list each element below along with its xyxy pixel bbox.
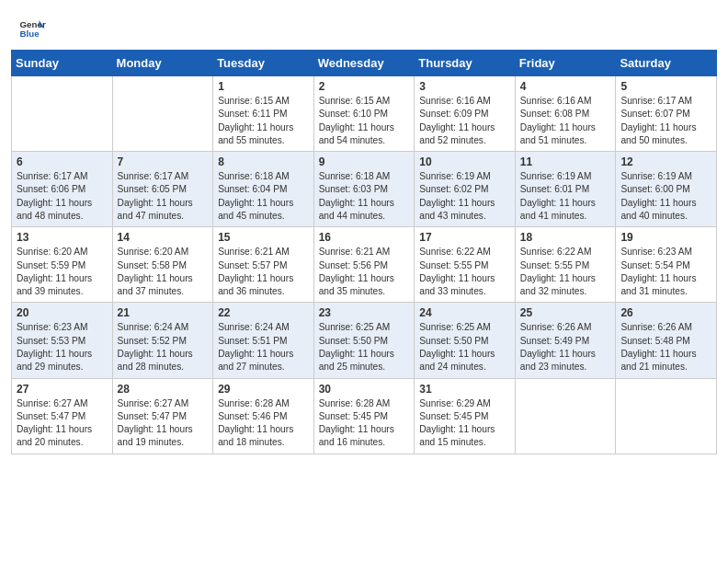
day-number: 9 (319, 155, 410, 168)
weekday-header: Sunday (12, 51, 113, 76)
day-number: 16 (319, 231, 410, 244)
calendar-cell: 7Sunrise: 6:17 AMSunset: 6:05 PMDaylight… (112, 152, 213, 227)
calendar-cell: 28Sunrise: 6:27 AMSunset: 5:47 PMDayligh… (112, 378, 213, 454)
calendar-cell: 10Sunrise: 6:19 AMSunset: 6:02 PMDayligh… (415, 152, 516, 227)
day-info: Sunrise: 6:18 AMSunset: 6:03 PMDaylight:… (319, 170, 410, 223)
day-info: Sunrise: 6:27 AMSunset: 5:47 PMDaylight:… (17, 397, 108, 450)
weekday-header: Wednesday (313, 51, 415, 76)
calendar-cell: 29Sunrise: 6:28 AMSunset: 5:46 PMDayligh… (213, 378, 314, 454)
calendar-cell: 22Sunrise: 6:24 AMSunset: 5:51 PMDayligh… (213, 303, 314, 378)
svg-text:Blue: Blue (20, 29, 40, 39)
day-number: 3 (419, 80, 510, 93)
day-number: 29 (218, 383, 309, 396)
day-info: Sunrise: 6:19 AMSunset: 6:01 PMDaylight:… (520, 170, 611, 223)
day-info: Sunrise: 6:25 AMSunset: 5:50 PMDaylight:… (419, 321, 510, 373)
calendar-cell: 27Sunrise: 6:27 AMSunset: 5:47 PMDayligh… (12, 378, 113, 454)
day-number: 10 (419, 155, 510, 168)
day-info: Sunrise: 6:18 AMSunset: 6:04 PMDaylight:… (218, 170, 309, 223)
calendar-cell: 11Sunrise: 6:19 AMSunset: 6:01 PMDayligh… (515, 152, 616, 227)
day-number: 5 (620, 80, 711, 93)
calendar-cell: 30Sunrise: 6:28 AMSunset: 5:45 PMDayligh… (313, 378, 415, 454)
day-info: Sunrise: 6:29 AMSunset: 5:45 PMDaylight:… (419, 397, 510, 450)
day-number: 27 (17, 383, 108, 396)
calendar-cell: 31Sunrise: 6:29 AMSunset: 5:45 PMDayligh… (415, 378, 516, 454)
day-number: 30 (319, 383, 410, 396)
header-row: SundayMondayTuesdayWednesdayThursdayFrid… (12, 51, 717, 76)
day-info: Sunrise: 6:22 AMSunset: 5:55 PMDaylight:… (520, 246, 611, 298)
weekday-header: Monday (112, 51, 213, 76)
day-info: Sunrise: 6:15 AMSunset: 6:10 PMDaylight:… (319, 95, 410, 147)
calendar-cell: 2Sunrise: 6:15 AMSunset: 6:10 PMDaylight… (313, 76, 415, 152)
calendar-cell: 18Sunrise: 6:22 AMSunset: 5:55 PMDayligh… (515, 227, 616, 303)
calendar-week-row: 6Sunrise: 6:17 AMSunset: 6:06 PMDaylight… (12, 152, 717, 227)
calendar-week-row: 1Sunrise: 6:15 AMSunset: 6:11 PMDaylight… (12, 76, 717, 152)
logo-icon: General Blue (18, 15, 46, 42)
calendar-cell: 12Sunrise: 6:19 AMSunset: 6:00 PMDayligh… (616, 152, 717, 227)
day-info: Sunrise: 6:21 AMSunset: 5:57 PMDaylight:… (218, 246, 309, 298)
day-number: 1 (218, 80, 309, 93)
calendar-cell: 23Sunrise: 6:25 AMSunset: 5:50 PMDayligh… (313, 303, 415, 378)
calendar-cell: 14Sunrise: 6:20 AMSunset: 5:58 PMDayligh… (112, 227, 213, 303)
calendar-cell (616, 378, 717, 454)
calendar-cell (515, 378, 616, 454)
calendar-cell: 6Sunrise: 6:17 AMSunset: 6:06 PMDaylight… (12, 152, 113, 227)
calendar-week-row: 27Sunrise: 6:27 AMSunset: 5:47 PMDayligh… (12, 378, 717, 454)
day-info: Sunrise: 6:23 AMSunset: 5:54 PMDaylight:… (620, 246, 711, 298)
day-number: 21 (118, 306, 209, 319)
day-info: Sunrise: 6:24 AMSunset: 5:52 PMDaylight:… (118, 321, 209, 373)
weekday-header: Friday (515, 51, 616, 76)
day-info: Sunrise: 6:15 AMSunset: 6:11 PMDaylight:… (218, 95, 309, 147)
calendar-cell: 15Sunrise: 6:21 AMSunset: 5:57 PMDayligh… (213, 227, 314, 303)
day-number: 7 (118, 155, 209, 168)
calendar-cell (112, 76, 213, 152)
calendar-cell: 13Sunrise: 6:20 AMSunset: 5:59 PMDayligh… (12, 227, 113, 303)
calendar-cell: 1Sunrise: 6:15 AMSunset: 6:11 PMDaylight… (213, 76, 314, 152)
day-info: Sunrise: 6:24 AMSunset: 5:51 PMDaylight:… (218, 321, 309, 373)
day-number: 18 (520, 231, 611, 244)
day-number: 14 (118, 231, 209, 244)
day-info: Sunrise: 6:26 AMSunset: 5:48 PMDaylight:… (620, 321, 711, 373)
calendar-cell: 24Sunrise: 6:25 AMSunset: 5:50 PMDayligh… (415, 303, 516, 378)
day-number: 8 (218, 155, 309, 168)
calendar-cell: 5Sunrise: 6:17 AMSunset: 6:07 PMDaylight… (616, 76, 717, 152)
day-number: 24 (419, 306, 510, 319)
calendar-cell: 19Sunrise: 6:23 AMSunset: 5:54 PMDayligh… (616, 227, 717, 303)
day-number: 26 (620, 306, 711, 319)
day-number: 4 (520, 80, 611, 93)
day-number: 25 (520, 306, 611, 319)
calendar-week-row: 13Sunrise: 6:20 AMSunset: 5:59 PMDayligh… (12, 227, 717, 303)
calendar-table: SundayMondayTuesdayWednesdayThursdayFrid… (11, 50, 717, 454)
day-info: Sunrise: 6:16 AMSunset: 6:08 PMDaylight:… (520, 95, 611, 147)
day-info: Sunrise: 6:20 AMSunset: 5:59 PMDaylight:… (17, 246, 108, 298)
calendar-cell: 17Sunrise: 6:22 AMSunset: 5:55 PMDayligh… (415, 227, 516, 303)
day-number: 23 (319, 306, 410, 319)
day-info: Sunrise: 6:23 AMSunset: 5:53 PMDaylight:… (17, 321, 108, 373)
day-info: Sunrise: 6:17 AMSunset: 6:05 PMDaylight:… (118, 170, 209, 223)
day-info: Sunrise: 6:19 AMSunset: 6:02 PMDaylight:… (419, 170, 510, 223)
calendar-cell (12, 76, 113, 152)
day-number: 20 (17, 306, 108, 319)
page-header: General Blue (0, 0, 728, 50)
calendar-cell: 8Sunrise: 6:18 AMSunset: 6:04 PMDaylight… (213, 152, 314, 227)
day-info: Sunrise: 6:22 AMSunset: 5:55 PMDaylight:… (419, 246, 510, 298)
day-number: 28 (118, 383, 209, 396)
day-number: 15 (218, 231, 309, 244)
day-info: Sunrise: 6:28 AMSunset: 5:46 PMDaylight:… (218, 397, 309, 450)
day-number: 11 (520, 155, 611, 168)
day-number: 19 (620, 231, 711, 244)
weekday-header: Tuesday (213, 51, 314, 76)
calendar-cell: 9Sunrise: 6:18 AMSunset: 6:03 PMDaylight… (313, 152, 415, 227)
day-number: 2 (319, 80, 410, 93)
calendar-cell: 4Sunrise: 6:16 AMSunset: 6:08 PMDaylight… (515, 76, 616, 152)
day-number: 12 (620, 155, 711, 168)
day-number: 31 (419, 383, 510, 396)
calendar-cell: 26Sunrise: 6:26 AMSunset: 5:48 PMDayligh… (616, 303, 717, 378)
day-number: 13 (17, 231, 108, 244)
calendar-cell: 25Sunrise: 6:26 AMSunset: 5:49 PMDayligh… (515, 303, 616, 378)
day-number: 17 (419, 231, 510, 244)
day-info: Sunrise: 6:20 AMSunset: 5:58 PMDaylight:… (118, 246, 209, 298)
day-info: Sunrise: 6:27 AMSunset: 5:47 PMDaylight:… (118, 397, 209, 450)
day-info: Sunrise: 6:17 AMSunset: 6:06 PMDaylight:… (17, 170, 108, 223)
svg-text:General: General (20, 19, 47, 29)
day-number: 6 (17, 155, 108, 168)
